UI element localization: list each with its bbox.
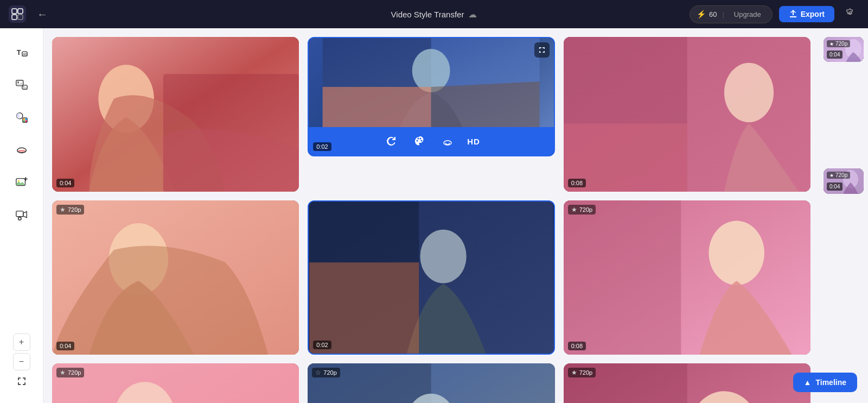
text-style-icon: T ab [15, 46, 28, 59]
quality-badge-c3r3: ★ 720p [568, 368, 596, 377]
video-card-c3r2[interactable]: ★ 720p 0:08 [564, 200, 810, 355]
action-bar: HD [309, 127, 553, 155]
credits-value: 60 [709, 10, 717, 18]
quality-label-c1r3: 720p [68, 369, 81, 376]
partial-quality-2: ★ 720p [827, 172, 850, 179]
video-card-c3r3[interactable]: ★ 720p 0:08 [564, 363, 810, 403]
palette-icon [414, 136, 425, 147]
quality-badge-c3r2: ★ 720p [568, 205, 596, 215]
svg-rect-21 [16, 211, 23, 217]
duration-badge-c3r2: 0:08 [568, 342, 586, 350]
back-button[interactable]: ← [33, 6, 52, 23]
svg-text:ab: ab [23, 52, 27, 56]
svg-point-43 [709, 221, 764, 285]
topbar: ← Video Style Transfer ☁ ⚡ 60 | Upgrade … [0, 0, 868, 28]
expand-icon [17, 377, 26, 386]
quality-label-c1r2: 720p [68, 206, 81, 213]
duration-badge-c3r1: 0:08 [568, 179, 586, 187]
video-card-c2r1[interactable]: HD 0:02 [308, 37, 554, 156]
star-icon-c3r2: ★ [571, 206, 577, 213]
settings-icon [845, 8, 855, 18]
sidebar-item-text-style[interactable]: T ab [7, 37, 37, 67]
sidebar-item-color-style[interactable] [7, 102, 37, 133]
partial-duration-1: 0:04 [827, 51, 843, 59]
sidebar-bottom: + − [13, 333, 30, 394]
thumbnail-c2r3 [308, 363, 554, 403]
main-layout: T ab [0, 28, 868, 403]
svg-rect-1 [18, 9, 23, 14]
quality-label-c3r2: 720p [579, 206, 592, 213]
face-button[interactable] [439, 133, 456, 150]
quality-label-c3r3: 720p [579, 369, 592, 376]
sidebar: T ab [0, 28, 43, 403]
palette-button[interactable] [411, 133, 428, 150]
video-settings-icon [15, 209, 28, 222]
settings-button[interactable] [841, 6, 859, 23]
topbar-center: Video Style Transfer ☁ [391, 9, 477, 20]
quality-badge-c1r3: ★ 720p [56, 368, 84, 377]
timeline-button[interactable]: ▲ Timeline [793, 373, 857, 392]
video-card-c2r3[interactable]: ☆ 720p 0:02 [308, 363, 554, 403]
video-card-c1r2[interactable]: ★ 720p 0:04 [52, 200, 299, 355]
color-style-icon [15, 111, 28, 124]
duration-badge-c1r1: 0:04 [56, 179, 74, 187]
zoom-out-button[interactable]: − [13, 353, 30, 370]
export-icon [789, 10, 797, 18]
lightning-icon: ⚡ [697, 10, 706, 18]
svg-rect-44 [52, 363, 299, 403]
topbar-right: ⚡ 60 | Upgrade Export [690, 5, 859, 23]
partial-card-2[interactable]: 0:04 ★ 720p [824, 168, 864, 193]
duration-badge-c1r2: 0:04 [56, 342, 74, 350]
svg-rect-17 [25, 121, 27, 122]
app-title: Video Style Transfer [391, 10, 464, 19]
refresh-icon [386, 136, 397, 147]
zoom-in-button[interactable]: + [13, 333, 30, 351]
svg-rect-16 [23, 121, 24, 122]
credits-badge: ⚡ 60 | Upgrade [690, 5, 773, 23]
svg-rect-15 [25, 118, 27, 120]
app-logo [9, 5, 26, 23]
expand-card-icon [539, 47, 545, 53]
svg-rect-2 [12, 15, 17, 20]
star-icon-c1r2: ★ [60, 206, 66, 213]
svg-rect-29 [323, 87, 431, 130]
partial-star-1: ★ [829, 41, 834, 47]
video-card-c3r1[interactable]: 0:08 [564, 37, 810, 192]
quality-label-c2r3: 720p [323, 369, 336, 376]
image-gen-icon [15, 176, 28, 189]
image-style-icon [15, 78, 28, 91]
video-card-c2r2[interactable]: 0:02 [308, 200, 554, 355]
upgrade-button[interactable]: Upgrade [730, 8, 765, 21]
svg-rect-14 [23, 118, 24, 120]
cloud-icon: ☁ [468, 9, 477, 20]
duration-badge-c2r2: 0:02 [313, 341, 331, 349]
content-area: 0:04 [43, 28, 819, 403]
partial-quality-1: ★ 720p [827, 40, 850, 47]
svg-rect-0 [12, 9, 17, 14]
star-icon-c3r3: ★ [571, 369, 577, 376]
partial-card-1[interactable]: 0:04 ★ 720p [824, 37, 864, 62]
topbar-left: ← [9, 5, 52, 23]
video-card-c1r1[interactable]: 0:04 [52, 37, 299, 192]
sidebar-item-lip-sync[interactable] [7, 135, 37, 165]
export-button[interactable]: Export [779, 6, 834, 22]
right-partial-column: 0:04 ★ 720p 0:04 ★ [819, 28, 868, 403]
refresh-style-button[interactable] [382, 133, 400, 150]
thumbnail-c1r1 [52, 37, 299, 192]
thumbnail-c2r2 [309, 202, 553, 354]
thumbnail-c3r2 [564, 200, 810, 355]
svg-rect-40 [310, 262, 419, 354]
expand-button[interactable] [13, 373, 30, 390]
video-card-c1r3[interactable]: ★ 720p 0:04 [52, 363, 299, 403]
svg-point-33 [724, 63, 774, 122]
face-icon [442, 136, 453, 147]
sidebar-item-video-settings[interactable] [7, 200, 37, 230]
sidebar-item-image-style[interactable] [7, 70, 37, 100]
quality-badge-c1r2: ★ 720p [56, 205, 84, 215]
thumbnail-c1r2 [52, 200, 299, 355]
expand-card-button-c2r1[interactable] [534, 42, 550, 58]
hd-badge: HD [467, 137, 480, 146]
duration-badge-c2r1: 0:02 [313, 142, 331, 151]
sidebar-item-image-gen[interactable] [7, 167, 37, 198]
svg-point-39 [420, 229, 467, 283]
